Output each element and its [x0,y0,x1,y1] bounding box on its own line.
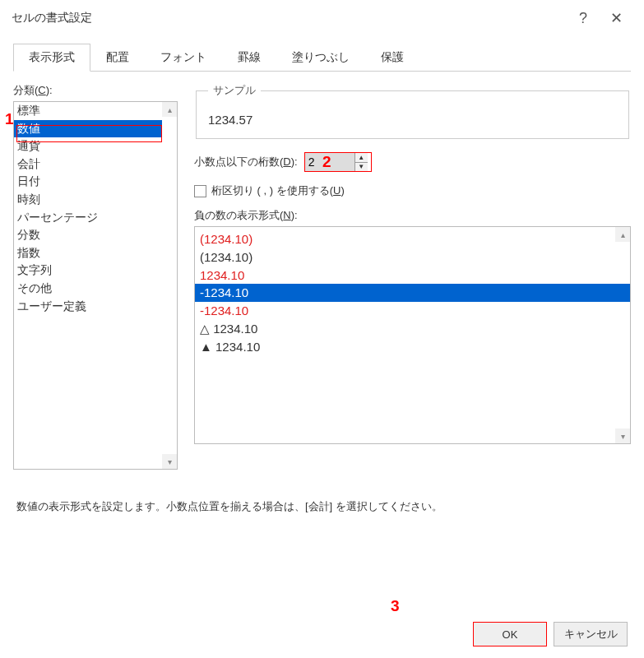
decimal-places-row: 小数点以下の桁数(D): ▲ ▼ [194,152,631,172]
scroll-down-icon[interactable]: ▾ [615,429,630,443]
dialog-title: セルの書式設定 [12,11,567,25]
tab-protection[interactable]: 保護 [365,44,419,72]
negative-format-item[interactable]: (1234.10) [195,230,630,248]
category-item[interactable]: 分数 [14,226,162,244]
decimal-places-label: 小数点以下の桁数(D): [194,155,298,169]
category-listbox[interactable]: ▴ 標準数値通貨会計日付時刻パーセンテージ分数指数文字列その他ユーザー定義 ▾ [13,101,178,470]
tab-strip: 表示形式 配置 フォント 罫線 塗りつぶし 保護 [13,43,631,72]
negative-format-item[interactable]: (1234.10) [195,248,630,266]
negative-format-label: 負の数の表示形式(N): [194,208,631,223]
negative-format-item[interactable]: -1234.10 [195,284,630,302]
annotation-3: 3 [391,597,400,615]
tab-display-format[interactable]: 表示形式 [13,44,90,72]
thousands-separator-row[interactable]: 桁区切り ( , ) を使用する(U) [194,183,631,198]
category-item[interactable]: 日付 [14,173,162,191]
negative-format-item[interactable]: 1234.10 [195,266,630,285]
negative-format-item[interactable]: -1234.10 [195,302,630,320]
category-item[interactable]: 会計 [14,155,162,174]
scroll-up-icon[interactable]: ▴ [162,102,177,117]
category-item[interactable]: 指数 [14,244,162,262]
content-area: 分類(C): ▴ 標準数値通貨会計日付時刻パーセンテージ分数指数文字列その他ユー… [0,72,644,470]
ok-button[interactable]: OK [473,622,547,646]
tab-font[interactable]: フォント [145,44,222,72]
tab-alignment[interactable]: 配置 [90,44,145,72]
titlebar: セルの書式設定 ? ✕ [0,0,644,35]
dialog-footer: OK キャンセル [473,622,628,646]
spin-up-icon[interactable]: ▲ [355,153,368,163]
sample-legend: サンプル [208,83,261,98]
cancel-button[interactable]: キャンセル [554,622,628,646]
annotation-1: 1 [5,110,14,128]
negative-format-item[interactable]: ▲ 1234.10 [195,338,630,356]
category-item[interactable]: その他 [14,280,162,298]
category-column: 分類(C): ▴ 標準数値通貨会計日付時刻パーセンテージ分数指数文字列その他ユー… [13,83,178,470]
help-button[interactable]: ? [567,7,600,30]
scroll-down-icon[interactable]: ▾ [162,454,177,469]
close-button[interactable]: ✕ [600,7,632,30]
scroll-up-icon[interactable]: ▴ [615,227,630,242]
negative-format-listbox[interactable]: ▴ (1234.10)(1234.10)1234.10-1234.10-1234… [194,226,631,444]
category-label: 分類(C): [13,83,178,98]
spin-buttons: ▲ ▼ [354,153,368,171]
options-column: サンプル 1234.57 小数点以下の桁数(D): ▲ ▼ 桁区切り ( , )… [194,83,631,470]
spin-down-icon[interactable]: ▼ [355,163,368,172]
thousands-checkbox[interactable] [194,185,206,197]
category-item[interactable]: 通貨 [14,137,162,155]
sample-box: サンプル 1234.57 [196,83,629,139]
sample-value: 1234.57 [208,113,617,127]
annotation-2: 2 [322,153,331,171]
negative-format-item[interactable]: △ 1234.10 [195,320,630,338]
category-item[interactable]: 文字列 [14,262,162,280]
category-item[interactable]: パーセンテージ [14,209,162,227]
category-item[interactable]: 数値 [14,120,162,138]
thousands-label: 桁区切り ( , ) を使用する(U) [211,183,345,198]
decimal-places-spinner[interactable]: ▲ ▼ [304,152,372,172]
category-item[interactable]: 時刻 [14,191,162,209]
category-item[interactable]: ユーザー定義 [14,298,162,316]
tab-fill[interactable]: 塗りつぶし [276,44,365,72]
category-item[interactable]: 標準 [14,102,162,120]
description-text: 数値の表示形式を設定します。小数点位置を揃える場合は、[会計] を選択してくださ… [16,499,628,514]
tab-border[interactable]: 罫線 [222,44,276,72]
